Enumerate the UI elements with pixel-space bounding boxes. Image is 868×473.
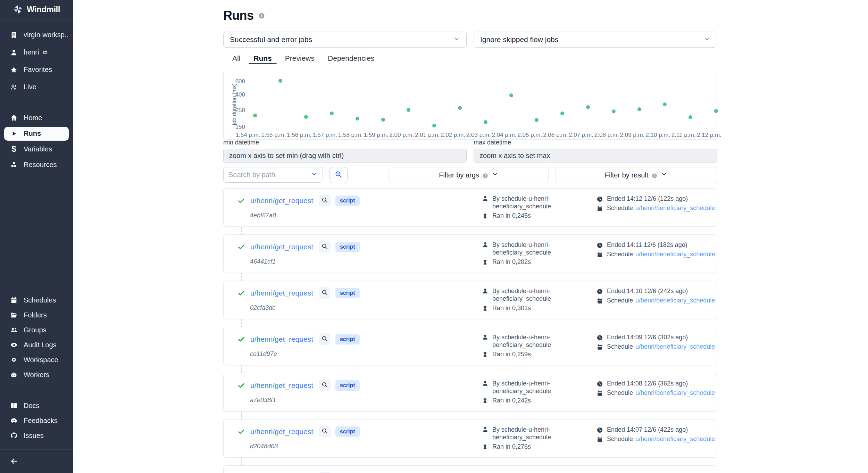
chart-data-point[interactable] [278, 79, 282, 83]
sidebar-item-feedbacks[interactable]: Feedbacks [0, 413, 73, 428]
chart-data-point[interactable] [407, 108, 410, 112]
search-icon [321, 243, 328, 251]
chart-data-point[interactable] [304, 115, 308, 119]
run-inspect-button[interactable] [319, 380, 331, 391]
sidebar-item-favorites[interactable]: Favorites [0, 61, 73, 78]
sidebar-item-issues[interactable]: Issues [0, 428, 73, 443]
run-inspect-button[interactable] [319, 241, 331, 252]
sidebar-collapse[interactable] [0, 450, 73, 473]
dollar-icon: $ [10, 145, 18, 153]
user-icon [10, 48, 18, 57]
run-row[interactable]: u/henri/get_request script ce11d97e By s… [223, 327, 717, 365]
chart-x-tick: 2:09 p.m. [620, 132, 645, 139]
sidebar-item-workers[interactable]: Workers [0, 367, 73, 382]
chart-data-point[interactable] [509, 93, 513, 97]
sidebar-item-workspace-switcher[interactable]: virgin-worksp... [0, 26, 73, 44]
run-schedule-label: Schedule [607, 389, 633, 397]
filter-by-result-button[interactable]: Filter by result [555, 167, 717, 183]
clock-icon [596, 427, 603, 433]
run-row[interactable]: u/henri/get_request script 46441cf1 By s… [223, 234, 717, 273]
run-ended: Ended 14:12 12/6 (122s ago) [596, 195, 688, 202]
chart-x-tick: 1:56 p.m. [287, 132, 311, 139]
app-logo[interactable]: Windmill [0, 0, 73, 19]
tab-dependencies[interactable]: Dependencies [323, 53, 379, 64]
min-datetime-input[interactable] [223, 149, 467, 163]
chart-data-point[interactable] [714, 109, 718, 113]
run-path-link[interactable]: u/henri/get_request [250, 335, 313, 343]
calendar-icon [596, 251, 603, 258]
sidebar-item-label: Groups [24, 326, 47, 334]
max-datetime-input[interactable] [474, 149, 717, 163]
run-path-link[interactable]: u/henri/get_request [250, 428, 313, 436]
tab-previews[interactable]: Previews [280, 53, 319, 64]
run-inspect-button[interactable] [319, 287, 331, 299]
run-path-link[interactable]: u/henri/get_request [250, 381, 313, 390]
windmill-logo-icon [13, 4, 23, 15]
sidebar-item-groups[interactable]: Groups [0, 323, 73, 338]
sidebar-item-audit-logs[interactable]: Audit Logs [0, 338, 73, 352]
run-schedule-link[interactable]: u/henri/beneficiary_schedule [635, 205, 715, 212]
run-triggered-by: By schedule-u-henri-beneficiary_schedule [482, 287, 560, 302]
run-path-link[interactable]: u/henri/get_request [250, 243, 313, 251]
filter-by-args-button[interactable]: Filter by args [389, 167, 549, 183]
chart-data-point[interactable] [637, 107, 641, 111]
chart-data-point[interactable] [381, 118, 385, 122]
tab-all[interactable]: All [227, 53, 245, 64]
chart-data-point[interactable] [356, 117, 359, 121]
chart-data-point[interactable] [612, 109, 616, 113]
run-schedule-link[interactable]: u/henri/beneficiary_schedule [635, 297, 715, 304]
sidebar-item-workspace-settings[interactable]: Workspace [0, 352, 73, 367]
run-duration: Ran in 0,202s [482, 258, 531, 266]
run-path-link[interactable]: u/henri/get_request [250, 289, 313, 297]
info-icon[interactable] [258, 13, 265, 19]
run-schedule-link[interactable]: u/henri/beneficiary_schedule [635, 251, 715, 258]
chart-data-point[interactable] [560, 111, 564, 115]
sidebar-item-folders[interactable]: Folders [0, 308, 73, 323]
run-path-link[interactable]: u/henri/get_request [250, 197, 313, 205]
calendar-icon [596, 390, 603, 397]
chart-x-tick: 2:12 p.m. [697, 132, 721, 139]
chart-data-point[interactable] [253, 114, 257, 117]
run-schedule-link[interactable]: u/henri/beneficiary_schedule [635, 389, 715, 397]
run-row[interactable]: u/henri/get_request script By schedule-u… [223, 465, 717, 473]
sidebar-item-runs[interactable]: Runs [4, 127, 69, 141]
search-button[interactable] [329, 167, 348, 183]
sidebar-item-schedules[interactable]: Schedules [0, 293, 73, 308]
chart-data-point[interactable] [484, 120, 487, 124]
sidebar-item-docs[interactable]: Docs [0, 398, 73, 413]
chart-data-point[interactable] [663, 102, 667, 106]
run-inspect-button[interactable] [319, 333, 331, 345]
success-check-icon [237, 335, 245, 343]
sidebar-item-resources[interactable]: Resources [0, 157, 73, 173]
chart-data-point[interactable] [535, 118, 539, 122]
run-duration-text: Ran in 0,301s [492, 305, 531, 312]
chart-data-point[interactable] [458, 106, 462, 110]
run-row-main-line: u/henri/get_request script [237, 241, 360, 252]
run-schedule: Schedule u/henri/beneficiary_schedule [596, 205, 715, 212]
status-filter-select[interactable]: Successful and error jobs [223, 32, 467, 48]
run-row[interactable]: u/henri/get_request script 02cfa3dc By s… [223, 281, 717, 319]
chart-data-point[interactable] [330, 111, 334, 115]
chart-data-point[interactable] [432, 124, 436, 127]
flow-jobs-filter-select[interactable]: Ignore skipped flow jobs [474, 32, 717, 48]
sidebar-item-home[interactable]: Home [0, 110, 73, 126]
run-inspect-button[interactable] [319, 195, 331, 206]
run-inspect-button[interactable] [319, 426, 331, 437]
sidebar-item-live[interactable]: Live [0, 78, 73, 96]
tab-runs[interactable]: Runs [249, 53, 277, 64]
datetime-filters: min datetime max datetime [223, 139, 717, 163]
duration-chart[interactable]: job duration (ms) 6004002501501:54 p.m.1… [223, 71, 717, 140]
sidebar-item-variables[interactable]: $ Variables [0, 141, 73, 157]
search-by-path-select[interactable]: Search by path [223, 167, 323, 183]
run-row[interactable]: u/henri/get_request script a7e038f1 By s… [223, 373, 717, 412]
chart-data-point[interactable] [688, 115, 692, 119]
job-kind-badge: script [335, 426, 360, 437]
sidebar-item-label: Workers [24, 371, 49, 379]
run-schedule-link[interactable]: u/henri/beneficiary_schedule [635, 435, 715, 443]
run-row[interactable]: u/henri/get_request script 4ebf67a8 By s… [223, 188, 717, 227]
run-row[interactable]: u/henri/get_request script d2048d63 By s… [223, 419, 717, 458]
run-schedule-link[interactable]: u/henri/beneficiary_schedule [635, 343, 715, 350]
chart-data-point[interactable] [586, 105, 590, 109]
sidebar-item-user[interactable]: henri [0, 44, 73, 61]
person-icon [482, 426, 489, 433]
